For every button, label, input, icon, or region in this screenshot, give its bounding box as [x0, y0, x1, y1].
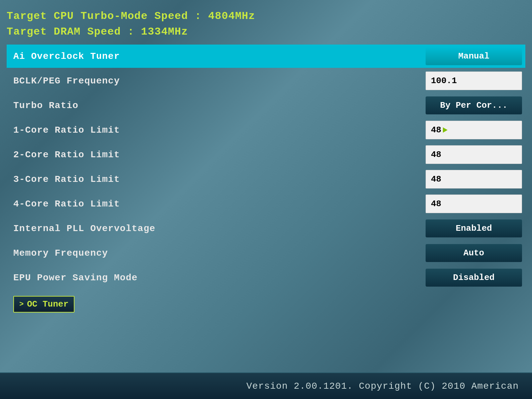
value-bclk-peg-frequency: 100.1: [422, 71, 525, 90]
row-epu-power-saving-mode: EPU Power Saving Mode Disabled: [7, 266, 525, 289]
cpu-turbo-label: Target CPU Turbo-Mode Speed :: [7, 10, 201, 22]
value-internal-pll-overvoltage: Enabled: [422, 219, 525, 237]
row-turbo-ratio: Turbo Ratio By Per Cor...: [7, 94, 525, 117]
row-memory-frequency: Memory Frequency Auto: [7, 241, 525, 265]
row-internal-pll-overvoltage: Internal PLL Overvoltage Enabled: [7, 217, 525, 240]
btn-memory-frequency[interactable]: Auto: [426, 244, 522, 262]
row-4-core-ratio-limit: 4-Core Ratio Limit 48: [7, 192, 525, 215]
label-ai-overclock-tuner: Ai Overclock Tuner: [7, 47, 422, 66]
row-3-core-ratio-limit: 3-Core Ratio Limit 48: [7, 168, 525, 191]
dram-value: 1334MHz: [141, 26, 188, 38]
label-1-core-ratio-limit: 1-Core Ratio Limit: [7, 120, 422, 140]
btn-3-core-ratio-limit[interactable]: 48: [426, 170, 522, 189]
btn-bclk-peg-frequency[interactable]: 100.1: [426, 71, 522, 90]
row-2-core-ratio-limit: 2-Core Ratio Limit 48: [7, 143, 525, 166]
footer: Version 2.00.1201. Copyright (C) 2010 Am…: [0, 372, 532, 399]
btn-1-core-ratio-limit[interactable]: 48: [426, 121, 522, 139]
btn-epu-power-saving-mode[interactable]: Disabled: [426, 269, 522, 287]
value-ai-overclock-tuner: Manual: [422, 47, 525, 65]
label-bclk-peg-frequency: BCLK/PEG Frequency: [7, 71, 422, 91]
row-bclk-peg-frequency: BCLK/PEG Frequency 100.1: [7, 69, 525, 92]
value-4-core-ratio-limit: 48: [422, 195, 525, 213]
value-2-core-ratio-limit: 48: [422, 145, 525, 164]
cpu-turbo-value: 4804MHz: [208, 10, 255, 22]
settings-rows: Ai Overclock Tuner Manual BCLK/PEG Frequ…: [7, 45, 525, 289]
row-ai-overclock-tuner: Ai Overclock Tuner Manual: [7, 45, 525, 68]
cursor-icon: [443, 127, 448, 133]
label-2-core-ratio-limit: 2-Core Ratio Limit: [7, 145, 422, 165]
oc-tuner-label: OC Tuner: [27, 299, 68, 309]
label-internal-pll-overvoltage: Internal PLL Overvoltage: [7, 219, 422, 238]
value-3-core-ratio-limit: 48: [422, 170, 525, 189]
btn-2-core-ratio-limit[interactable]: 48: [426, 145, 522, 164]
value-turbo-ratio: By Per Cor...: [422, 96, 525, 114]
label-turbo-ratio: Turbo Ratio: [7, 96, 422, 115]
label-epu-power-saving-mode: EPU Power Saving Mode: [7, 268, 422, 288]
value-epu-power-saving-mode: Disabled: [422, 269, 525, 287]
dram-label: Target DRAM Speed :: [7, 26, 134, 38]
main-content: Target CPU Turbo-Mode Speed : 4804MHz Ta…: [0, 0, 532, 372]
btn-4-core-ratio-limit[interactable]: 48: [426, 195, 522, 213]
value-1-core-ratio-limit: 48: [422, 121, 525, 139]
oc-tuner-row: > OC Tuner: [7, 293, 525, 316]
label-memory-frequency: Memory Frequency: [7, 243, 422, 263]
oc-tuner-icon: >: [19, 300, 24, 309]
cpu-turbo-line: Target CPU Turbo-Mode Speed : 4804MHz: [7, 10, 525, 22]
btn-turbo-ratio[interactable]: By Per Cor...: [426, 96, 522, 114]
value-memory-frequency: Auto: [422, 244, 525, 262]
target-info: Target CPU Turbo-Mode Speed : 4804MHz Ta…: [7, 10, 525, 38]
btn-internal-pll-overvoltage[interactable]: Enabled: [426, 219, 522, 237]
label-4-core-ratio-limit: 4-Core Ratio Limit: [7, 194, 422, 214]
row-1-core-ratio-limit: 1-Core Ratio Limit 48: [7, 118, 525, 142]
oc-tuner-button[interactable]: > OC Tuner: [13, 296, 74, 313]
footer-text: Version 2.00.1201. Copyright (C) 2010 Am…: [246, 381, 519, 391]
btn-ai-overclock-tuner[interactable]: Manual: [426, 47, 522, 65]
dram-speed-line: Target DRAM Speed : 1334MHz: [7, 26, 525, 38]
label-3-core-ratio-limit: 3-Core Ratio Limit: [7, 170, 422, 189]
